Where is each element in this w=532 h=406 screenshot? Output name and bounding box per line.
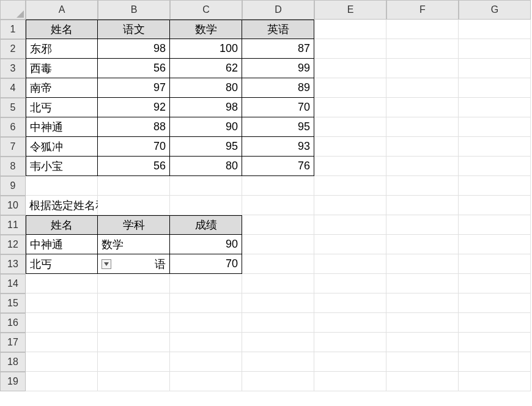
cell-F4[interactable] (386, 78, 459, 98)
col-header-B[interactable]: B (98, 0, 170, 20)
cell-D14[interactable] (242, 274, 314, 293)
main-header-english[interactable]: 英语 (242, 20, 314, 39)
row-header-6[interactable]: 6 (0, 117, 26, 137)
cell-D10[interactable] (242, 196, 314, 215)
table-row[interactable]: 90 (170, 117, 242, 137)
cell-F6[interactable] (386, 117, 459, 137)
cell-G9[interactable] (459, 176, 531, 196)
cell-A9[interactable] (26, 176, 98, 196)
lookup-subject-dropdown[interactable]: 语 (98, 254, 170, 274)
cell-D12[interactable] (242, 235, 314, 254)
table-row[interactable]: 南帝 (26, 78, 98, 98)
table-row[interactable]: 70 (98, 137, 170, 157)
cell-D18[interactable] (242, 352, 314, 372)
table-row[interactable]: 89 (242, 78, 314, 98)
cell-D19[interactable] (242, 372, 314, 391)
table-row[interactable]: 56 (98, 59, 170, 78)
col-header-C[interactable]: C (170, 0, 242, 20)
cell-C19[interactable] (170, 372, 242, 391)
cell-F1[interactable] (386, 20, 459, 39)
cell-G2[interactable] (459, 39, 531, 59)
cell-F12[interactable] (386, 235, 459, 254)
row-header-1[interactable]: 1 (0, 20, 26, 39)
cell-G16[interactable] (459, 313, 531, 333)
cell-F10[interactable] (386, 196, 459, 215)
table-row[interactable]: 95 (170, 137, 242, 157)
cell-F7[interactable] (386, 137, 459, 157)
cell-F16[interactable] (386, 313, 459, 333)
main-header-chinese[interactable]: 语文 (98, 20, 170, 39)
cell-F9[interactable] (386, 176, 459, 196)
cell-F15[interactable] (386, 293, 459, 313)
table-row[interactable]: 98 (170, 98, 242, 117)
table-row[interactable]: 令狐冲 (26, 137, 98, 157)
table-row[interactable]: 99 (242, 59, 314, 78)
row-header-2[interactable]: 2 (0, 39, 26, 59)
row-header-15[interactable]: 15 (0, 293, 26, 313)
cell-A16[interactable] (26, 313, 98, 333)
cell-F14[interactable] (386, 274, 459, 293)
row-header-8[interactable]: 8 (0, 157, 26, 176)
table-row[interactable]: 100 (170, 39, 242, 59)
cell-E11[interactable] (314, 215, 386, 235)
cell-B9[interactable] (98, 176, 170, 196)
col-header-E[interactable]: E (314, 0, 386, 20)
cell-G8[interactable] (459, 157, 531, 176)
row-header-12[interactable]: 12 (0, 235, 26, 254)
table-row[interactable]: 80 (170, 157, 242, 176)
table-row[interactable]: 西毒 (26, 59, 98, 78)
lookup-header-name[interactable]: 姓名 (26, 215, 98, 235)
cell-A17[interactable] (26, 333, 98, 352)
row-header-16[interactable]: 16 (0, 313, 26, 333)
select-all-corner[interactable] (0, 0, 26, 20)
main-header-name[interactable]: 姓名 (26, 20, 98, 39)
row-header-10[interactable]: 10 (0, 196, 26, 215)
cell-D11[interactable] (242, 215, 314, 235)
row-header-7[interactable]: 7 (0, 137, 26, 157)
table-row[interactable]: 东邪 (26, 39, 98, 59)
cell-F17[interactable] (386, 333, 459, 352)
table-row[interactable]: 76 (242, 157, 314, 176)
cell-C9[interactable] (170, 176, 242, 196)
cell-A19[interactable] (26, 372, 98, 391)
cell-B16[interactable] (98, 313, 170, 333)
cell-G14[interactable] (459, 274, 531, 293)
row-header-3[interactable]: 3 (0, 59, 26, 78)
cell-C16[interactable] (170, 313, 242, 333)
cell-E13[interactable] (314, 254, 386, 274)
cell-G13[interactable] (459, 254, 531, 274)
table-row[interactable]: 92 (98, 98, 170, 117)
cell-E16[interactable] (314, 313, 386, 333)
table-row[interactable]: 韦小宝 (26, 157, 98, 176)
table-row[interactable]: 70 (242, 98, 314, 117)
cell-D9[interactable] (242, 176, 314, 196)
cell-E12[interactable] (314, 235, 386, 254)
cell-F11[interactable] (386, 215, 459, 235)
cell-E15[interactable] (314, 293, 386, 313)
table-row[interactable]: 88 (98, 117, 170, 137)
row-header-4[interactable]: 4 (0, 78, 26, 98)
table-row[interactable]: 56 (98, 157, 170, 176)
cell-G10[interactable] (459, 196, 531, 215)
cell-F18[interactable] (386, 352, 459, 372)
cell-E8[interactable] (314, 157, 386, 176)
cell-F8[interactable] (386, 157, 459, 176)
col-header-F[interactable]: F (386, 0, 459, 20)
cell-C18[interactable] (170, 352, 242, 372)
cell-E7[interactable] (314, 137, 386, 157)
cell-F5[interactable] (386, 98, 459, 117)
cell-D17[interactable] (242, 333, 314, 352)
table-row[interactable]: 93 (242, 137, 314, 157)
cell-E14[interactable] (314, 274, 386, 293)
dropdown-icon[interactable] (102, 259, 111, 269)
lookup-subject-input[interactable]: 数学 (98, 235, 170, 254)
cell-G3[interactable] (459, 59, 531, 78)
col-header-D[interactable]: D (242, 0, 314, 20)
cell-E18[interactable] (314, 352, 386, 372)
cell-C14[interactable] (170, 274, 242, 293)
spreadsheet[interactable]: A B C D E F G 1 姓名 语文 数学 英语 2 东邪 98 100 … (0, 0, 532, 391)
cell-C17[interactable] (170, 333, 242, 352)
cell-E9[interactable] (314, 176, 386, 196)
cell-F13[interactable] (386, 254, 459, 274)
cell-G4[interactable] (459, 78, 531, 98)
